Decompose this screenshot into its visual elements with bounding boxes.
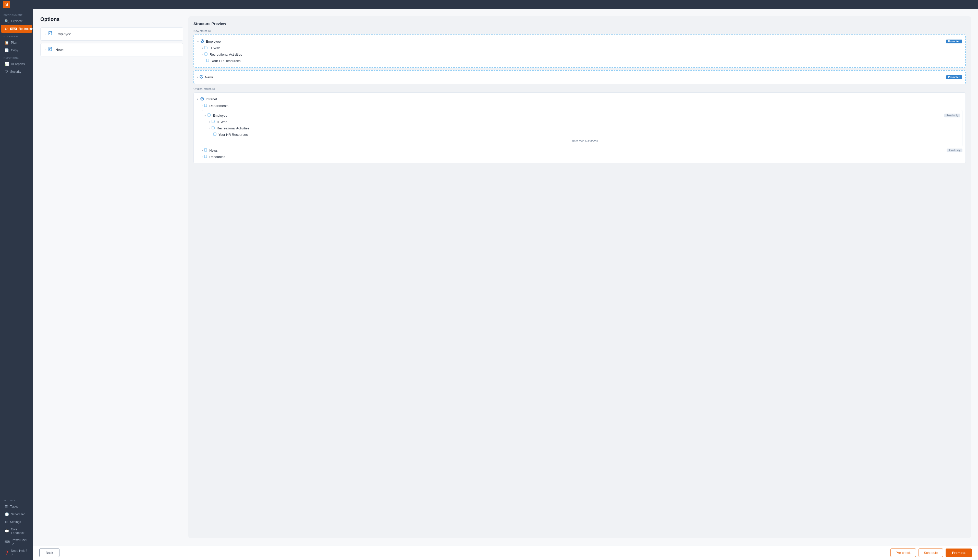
page-icon xyxy=(206,59,210,63)
chevron-right-icon: › xyxy=(45,32,46,36)
svg-line-17 xyxy=(202,40,203,42)
employee-orig-label: Employee xyxy=(213,113,943,117)
svg-rect-4 xyxy=(52,32,52,35)
chevron-right-icon[interactable]: › xyxy=(209,127,210,130)
hr-resources-label: Your HR Resources xyxy=(211,59,962,63)
sidebar-item-label: Copy xyxy=(11,48,18,52)
option-employee[interactable]: › Employee xyxy=(40,27,183,41)
svg-rect-39 xyxy=(210,114,210,116)
sidebar-section-label-reporting: REPORTING xyxy=(0,54,33,60)
original-structure-wrapper: Original structure ∨ xyxy=(193,87,966,163)
sidebar-item-plan[interactable]: 📋 Plan xyxy=(1,39,32,47)
chevron-right-icon[interactable]: › xyxy=(209,120,210,123)
svg-line-34 xyxy=(201,98,202,99)
chevron-right-icon[interactable]: › xyxy=(202,47,203,50)
new-structure-employee-box: ∨ Employee Promote xyxy=(193,35,966,68)
tree-row-employee-orig: ∨ Employee Read-only xyxy=(204,112,960,119)
chevron-right-icon: › xyxy=(45,48,46,52)
options-title: Options xyxy=(40,16,183,22)
sidebar-spacer xyxy=(0,75,33,497)
svg-line-35 xyxy=(202,98,203,99)
option-employee-label: Employee xyxy=(55,32,71,36)
sidebar: ENVIRONMENT 🔍 Explorer ⚙ NEW Restructure… xyxy=(0,9,33,560)
svg-rect-42 xyxy=(212,126,214,129)
itweb-label: IT Web xyxy=(210,46,962,50)
top-bar: S xyxy=(0,0,978,9)
promote-button[interactable]: Promote xyxy=(946,548,972,557)
sidebar-item-security[interactable]: 🛡 Security xyxy=(1,68,32,75)
readonly-badge-news: Read-only xyxy=(946,148,963,152)
plan-icon: 📋 xyxy=(5,41,9,45)
resources-label: Resources xyxy=(209,155,963,159)
main-layout: ENVIRONMENT 🔍 Explorer ⚙ NEW Restructure… xyxy=(0,9,978,560)
svg-rect-45 xyxy=(216,133,217,135)
sidebar-item-label: All reports xyxy=(11,62,25,66)
explorer-icon: 🔍 xyxy=(5,19,9,23)
page-icon xyxy=(212,126,215,130)
svg-line-16 xyxy=(202,40,202,42)
svg-rect-18 xyxy=(205,46,207,49)
sidebar-item-label: Restructure xyxy=(19,27,33,31)
content-area: Options › Employee xyxy=(33,9,978,560)
chevron-right-icon[interactable]: › xyxy=(202,155,203,158)
site-icon xyxy=(200,97,204,102)
employee-children: › IT Web › xyxy=(197,45,962,64)
sidebar-item-scheduled[interactable]: 🕐 Scheduled xyxy=(1,510,32,518)
sidebar-item-settings[interactable]: ⚙ Settings xyxy=(1,518,32,526)
svg-rect-7 xyxy=(49,48,51,48)
page-icon xyxy=(204,103,208,108)
hr-resources-orig-label: Your HR Resources xyxy=(218,133,960,137)
more-subsites: More than 6 subsites xyxy=(209,138,960,144)
sidebar-item-powershell[interactable]: ⌨ PowerShell ↗ xyxy=(1,537,32,547)
svg-rect-37 xyxy=(207,104,207,107)
footer-bar: Back Pre-check Schedule Promote xyxy=(33,545,978,560)
chevron-down-icon[interactable]: ∨ xyxy=(204,114,206,117)
chevron-down-icon[interactable]: ∨ xyxy=(197,98,198,100)
sidebar-item-label: Give Feedback xyxy=(11,528,28,535)
preview-panel: Structure Preview New structure ∨ xyxy=(188,16,971,538)
sidebar-item-tasks[interactable]: ☰ Tasks xyxy=(1,503,32,510)
help-icon: ❓ xyxy=(5,550,9,555)
chevron-down-icon[interactable]: ∨ xyxy=(197,40,199,43)
recreational-label: Recreational Activities xyxy=(210,53,962,57)
page-icon xyxy=(48,47,53,53)
sidebar-section-label-activity: ACTIVITY xyxy=(0,497,33,503)
svg-rect-10 xyxy=(52,48,52,50)
back-button[interactable]: Back xyxy=(39,548,60,557)
tree-row-hr: Your HR Resources xyxy=(202,58,962,64)
scheduled-icon: 🕐 xyxy=(5,512,9,517)
svg-rect-21 xyxy=(207,53,208,55)
site-icon xyxy=(199,75,203,80)
precheck-button[interactable]: Pre-check xyxy=(890,548,916,557)
chevron-right-icon[interactable]: › xyxy=(202,104,203,107)
sidebar-section-label-environment: ENVIRONMENT xyxy=(0,11,33,17)
svg-rect-36 xyxy=(205,104,207,107)
page-icon xyxy=(213,132,217,137)
tree-row-news-orig: › News Read-only xyxy=(202,147,963,154)
page-icon xyxy=(205,52,208,57)
site-icon xyxy=(200,39,205,44)
tree-row-hr-orig: Your HR Resources xyxy=(209,132,960,138)
svg-line-28 xyxy=(200,76,202,77)
option-news[interactable]: › News xyxy=(40,43,183,57)
security-icon: 🛡 xyxy=(5,70,8,74)
svg-rect-5 xyxy=(51,33,52,35)
sidebar-item-need-help[interactable]: ❓ Need Help? ↗ xyxy=(1,547,32,558)
preview-title: Structure Preview xyxy=(193,22,966,26)
chevron-right-icon[interactable]: › xyxy=(202,149,203,152)
sidebar-item-all-reports[interactable]: 📊 All reports xyxy=(1,60,32,68)
page-icon xyxy=(204,155,208,159)
sidebar-section-label-migration: MIGRATION xyxy=(0,33,33,39)
sidebar-item-label: Scheduled xyxy=(11,513,25,516)
chevron-right-icon[interactable]: › xyxy=(202,53,203,56)
svg-rect-47 xyxy=(207,149,207,151)
sidebar-item-restructure[interactable]: ⚙ NEW Restructure xyxy=(1,25,32,33)
svg-rect-44 xyxy=(213,133,216,135)
sidebar-item-give-feedback[interactable]: 💬 Give Feedback xyxy=(1,526,32,537)
sidebar-section-migration: MIGRATION 📋 Plan 📄 Copy xyxy=(0,33,33,54)
schedule-button[interactable]: Schedule xyxy=(918,548,943,557)
sidebar-item-explorer[interactable]: 🔍 Explorer xyxy=(1,17,32,25)
chevron-right-icon[interactable]: › xyxy=(197,76,198,78)
sidebar-item-copy[interactable]: 📄 Copy xyxy=(1,47,32,54)
app-logo: S xyxy=(3,1,10,8)
